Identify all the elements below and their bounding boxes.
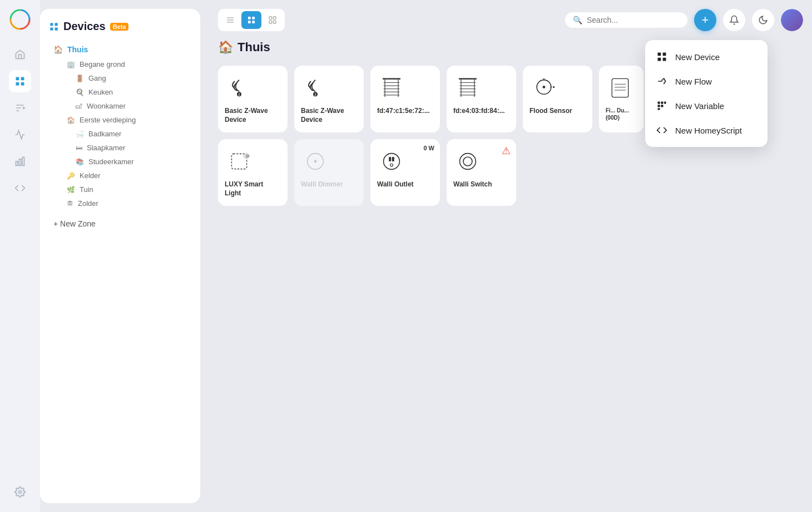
device-card-fde4[interactable]: fd:e4:03:fd:84:... (447, 66, 516, 132)
thuis-label: Thuis (67, 45, 88, 54)
tuin-icon: 🌿 (67, 186, 75, 194)
device-card-walli-dimmer[interactable]: Walli Dimmer (294, 139, 364, 206)
sidebar-item-slaapkamer[interactable]: 🛏 Slaapkamer (71, 141, 191, 155)
search-input[interactable] (587, 16, 676, 24)
svg-rect-22 (252, 21, 255, 23)
svg-rect-78 (661, 105, 663, 107)
search-icon: 🔍 (573, 16, 582, 24)
svg-rect-10 (22, 157, 24, 166)
new-variable-menu-item[interactable]: New Variable (645, 93, 768, 118)
svg-rect-6 (16, 82, 19, 86)
nav-home-icon[interactable] (9, 43, 31, 66)
walli-dimmer-icon (301, 147, 330, 176)
woonkamer-icon: 🛋 (76, 102, 82, 110)
partial-icon (606, 73, 635, 102)
notifications-button[interactable] (723, 9, 745, 31)
new-zone-button[interactable]: + New Zone (49, 215, 191, 233)
device-card-fd47[interactable]: fd:47:c1:5e:72:... (370, 66, 440, 132)
sidebar-header: Devices Beta (49, 20, 191, 33)
walli-switch-icon (453, 147, 482, 176)
sidebar: Devices Beta 🏠 Thuis 🏢 Begane grond 🚪 Ga… (40, 9, 200, 503)
kelder-label: Kelder (80, 171, 101, 180)
svg-rect-65 (389, 157, 391, 161)
svg-rect-79 (658, 108, 660, 110)
svg-rect-66 (392, 157, 394, 161)
sidebar-item-keuken[interactable]: 🍳 Keuken (71, 85, 191, 99)
thuis-icon: 🏠 (53, 45, 63, 54)
compact-view-button[interactable] (263, 11, 283, 29)
svg-point-69 (463, 157, 472, 166)
gang-icon: 🚪 (76, 75, 84, 82)
flood-sensor-icon (529, 73, 558, 102)
zone-sub-eerste-children: 🛁 Badkamer 🛏 Slaapkamer 📚 Studeerkamer (62, 127, 191, 169)
user-avatar[interactable] (781, 9, 803, 31)
begane-grond-icon: 🏢 (67, 61, 75, 68)
device-card-walli-outlet[interactable]: 0 W Walli Outlet (370, 139, 440, 206)
gang-label: Gang (88, 74, 106, 82)
nav-devices-icon[interactable] (9, 70, 31, 92)
sidebar-item-kelder[interactable]: 🔑 Kelder (62, 169, 191, 183)
sidebar-item-badkamer[interactable]: 🛁 Badkamer (71, 127, 191, 141)
sidebar-item-thuis[interactable]: 🏠 Thuis (49, 42, 191, 57)
topbar: 🔍 + (218, 9, 803, 31)
svg-rect-39 (459, 78, 477, 79)
device-card-flood-sensor[interactable]: Flood Sensor (523, 66, 592, 132)
list-view-button[interactable] (220, 11, 240, 29)
device-card-partial[interactable]: Fi... Du... (00D) (599, 66, 643, 132)
sidebar-item-begane-grond[interactable]: 🏢 Begane grond (62, 57, 191, 71)
svg-rect-74 (658, 102, 660, 104)
svg-rect-4 (16, 77, 19, 81)
sidebar-item-woonkamer[interactable]: 🛋 Woonkamer (71, 99, 191, 113)
svg-point-51 (553, 86, 554, 88)
new-flow-label: New Flow (675, 77, 712, 86)
grid-view-button[interactable] (241, 11, 261, 29)
new-flow-menu-item[interactable]: New Flow (645, 69, 768, 93)
device-name-walli-outlet: Walli Outlet (377, 180, 414, 189)
homey-logo[interactable] (9, 9, 31, 30)
section-home-icon: 🏠 (218, 40, 233, 55)
zone-sub-eerste: 🏠 Eerste verdieping 🛁 Badkamer 🛏 Slaapka… (49, 113, 191, 169)
new-device-icon (655, 51, 669, 62)
beta-badge: Beta (110, 23, 129, 31)
new-variable-label: New Variable (675, 101, 724, 111)
svg-rect-12 (50, 23, 53, 26)
new-homeyscript-menu-item[interactable]: New HomeyScript (645, 118, 768, 142)
device-card-basic-zwave-1[interactable]: Z Basic Z-Wave Device (218, 66, 288, 132)
svg-point-61 (246, 154, 249, 157)
nav-insights-icon[interactable] (9, 150, 31, 173)
device-card-walli-switch[interactable]: ⚠ Walli Switch (447, 139, 516, 206)
device-name-fd47: fd:47:c1:5e:72:... (377, 107, 430, 116)
svg-rect-5 (21, 77, 24, 81)
new-variable-icon (655, 100, 669, 111)
sidebar-item-zolder[interactable]: 🏚 Zolder (62, 196, 191, 210)
zone-sub-begane: 🏢 Begane grond 🚪 Gang 🍳 Keuken 🛋 Woonkam… (49, 57, 191, 113)
svg-rect-70 (658, 53, 661, 56)
new-device-menu-item[interactable]: New Device (645, 45, 768, 69)
new-homeyscript-label: New HomeyScript (675, 126, 742, 135)
badkamer-icon: 🛁 (76, 130, 84, 138)
sidebar-item-eerste-verdieping[interactable]: 🏠 Eerste verdieping (62, 113, 191, 127)
theme-toggle-button[interactable] (752, 9, 774, 31)
nav-scripting-icon[interactable] (9, 177, 31, 199)
svg-rect-14 (50, 27, 53, 30)
device-name-basic-zwave-2: Basic Z-Wave Device (301, 107, 357, 124)
svg-rect-21 (248, 21, 251, 23)
device-card-luxy-light[interactable]: LUXY Smart Light (218, 139, 288, 206)
sidebar-item-tuin[interactable]: 🌿 Tuin (62, 183, 191, 196)
svg-rect-75 (661, 102, 663, 104)
nav-settings-icon[interactable] (9, 481, 31, 503)
zwave-icon-1: Z (225, 73, 254, 102)
nav-flows-icon[interactable] (9, 97, 31, 119)
walli-outlet-icon (377, 147, 406, 176)
badkamer-label: Badkamer (88, 130, 121, 138)
eerste-label: Eerste verdieping (80, 116, 136, 124)
svg-rect-15 (55, 27, 58, 30)
nav-energy-icon[interactable] (9, 124, 31, 146)
svg-rect-26 (273, 21, 276, 23)
sidebar-item-studeerkamer[interactable]: 📚 Studeerkamer (71, 155, 191, 169)
zolder-label: Zolder (78, 199, 98, 208)
device-name-flood-sensor: Flood Sensor (529, 107, 572, 116)
device-card-basic-zwave-2[interactable]: Z Basic Z-Wave Device (294, 66, 364, 132)
add-button[interactable]: + (694, 9, 716, 31)
sidebar-item-gang[interactable]: 🚪 Gang (71, 71, 191, 85)
